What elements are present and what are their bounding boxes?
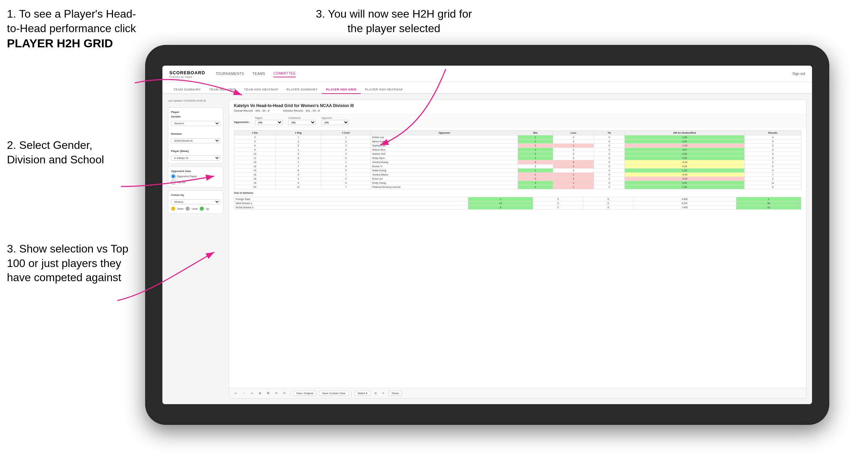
gender-label: Gender [171,115,220,118]
toolbar-refresh[interactable]: ↺ [274,391,279,395]
opponents-label: Opponents: [234,121,249,125]
table-wrapper: # Div # Reg # Conf Opponent Win Loss Tie… [229,127,806,388]
colour-by-label: Colour by [171,193,220,197]
th-loss: Loss [553,131,594,135]
toolbar-view-original[interactable]: View: Original [293,391,316,396]
table-row: 16 3 7 Jessica Mason 1 2 0 -0.94 7 [234,173,801,177]
th-diff: Diff Av Strokes/Rnd [625,131,745,135]
legend-label-level: Level [192,208,198,210]
toolbar-cmd[interactable]: ⌘ [265,391,271,395]
h2h-table: # Div # Reg # Conf Opponent Win Loss Tie… [234,130,801,189]
th-div: # Div [234,131,276,135]
toolbar-back[interactable]: ← [241,391,247,395]
instruction-bold: PLAYER H2H GRID [7,37,113,50]
nav-teams[interactable]: TEAMS [252,70,265,77]
opponent-select[interactable]: (All) [321,120,349,125]
toolbar-icon2[interactable]: ≡ [381,391,386,395]
sign-out-link[interactable]: Sign out [792,72,805,76]
out-of-division-label: Out of division [234,189,801,196]
subnav-team-summary[interactable]: TEAM SUMMARY [169,86,205,94]
main-content: Last Updated: 27/03/2024 16:55:38 Player… [162,94,812,404]
region-select[interactable]: (All) [255,120,283,125]
content-area: Katelyn Vo Head-to-Head Grid for Women's… [229,99,806,399]
instruction-top-right: 3. You will now see H2H grid for the pla… [311,7,477,36]
table-row: 18 2 2 Euna Lee 0 2 0 -5.00 2 [234,177,801,181]
colour-section: Colour by Win/loss Down Level Up [168,190,223,214]
subnav-team-h2h-heatmap[interactable]: TEAM H2H HEATMAP [240,86,282,94]
player-label: Player [171,111,220,114]
instruction-text-right: 3. You will now see H2H grid for the pla… [316,8,472,35]
table-row: 11 2 5 Heejo Hyun 1 0 0 3.33 3 [234,156,801,160]
app-header: SCOREBOARD Powered by clippd TOURNAMENTS… [162,66,812,82]
nav-tournaments[interactable]: TOURNAMENTS [216,70,244,77]
toolbar-watch[interactable]: Watch ▾ [355,391,371,396]
toolbar-share[interactable]: Share [388,391,402,396]
th-rounds: Rounds [745,131,801,135]
player-rank-label: Player (Rank) [171,150,220,153]
toolbar-sep-2 [351,391,352,396]
tablet-screen: SCOREBOARD Powered by clippd TOURNAMENTS… [162,66,812,404]
sidebar: Last Updated: 27/03/2024 16:55:38 Player… [168,99,223,399]
player-filter-section: Player Gender Women's Division NCAA Divi… [168,107,223,164]
filters-row: Opponents: Region (All) Conference (All) [229,115,806,127]
toolbar-timer[interactable]: ⏱ [282,391,287,395]
header-right: Sign out [792,72,805,76]
subnav-player-summary[interactable]: PLAYER SUMMARY [282,86,322,94]
conference-select[interactable]: (All) [288,120,316,125]
content-title: Katelyn Vo Head-to-Head Grid for Women's… [234,103,801,108]
th-tie: Tie [594,131,625,135]
toolbar-undo[interactable]: ↩ [233,391,238,395]
out-of-div-row: NCAA Division 2 5 0 0 7.400 10 [234,206,801,210]
toolbar-save-custom[interactable]: Save Custom View [319,391,348,396]
logo: SCOREBOARD Powered by clippd [169,69,205,78]
th-conf: # Conf [321,131,371,135]
player-rank-select[interactable]: 8. Katelyn Vo [171,155,220,161]
nav-committee[interactable]: COMMITTEE [273,70,296,77]
table-row: 6 3 3 Sydney Kuo 0 1 0 -1.00 3 [234,144,801,148]
colour-by-select[interactable]: Win/loss [171,199,220,204]
toolbar-sep-1 [290,391,290,396]
opponent-view-section: Opponent view Opponents Played Top 100 [168,166,223,188]
content-header: Katelyn Vo Head-to-Head Grid for Women's… [229,100,806,115]
conference-label: Conference [288,117,316,119]
gender-select[interactable]: Women's [171,121,220,126]
th-win: Win [518,131,553,135]
instruction-top-left: 1. To see a Player's Head-to-Head perfor… [7,7,138,51]
table-row: 19 4 6 Emily Chang 4 1 0 0.30 11 [234,181,801,185]
filter-group-region: Region (All) [255,117,283,125]
toolbar-grid[interactable]: ⊞ [257,391,263,395]
subnav-player-h2h-grid[interactable]: PLAYER H2H GRID [322,86,361,94]
filter-group-opponent: Opponent (All) [321,117,349,125]
opponent-label: Opponent [321,117,349,119]
out-of-div-row: NAIA Division 1 15 0 0 9.267 30 [234,201,801,206]
toolbar-redo[interactable]: ↪ [249,391,255,395]
logo-sub: Powered by clippd [169,76,205,78]
radio-opponents-played[interactable]: Opponents Played [171,174,220,179]
division-select[interactable]: NCAA Division III [171,138,220,143]
instruction-mid-left: 2. Select Gender, Division and School [7,138,128,167]
instruction-text-mid: 2. Select Gender, Division and School [7,139,104,166]
opponent-view-label: Opponent view [171,170,220,173]
legend-label-down: Down [177,208,183,210]
colour-dot-level [186,207,190,211]
division-label: Division [171,132,220,135]
toolbar-icon1[interactable]: ⊏ [373,391,378,395]
instruction-bottom-left: 3. Show selection vs Top 100 or just pla… [7,242,135,285]
table-row: 20 11 7 Federica Domecq Lacroze 2 1 0 1.… [234,185,801,189]
bottom-toolbar: ↩ ← ↪ ⊞ ⌘ ↺ ⏱ View: Original Save Custom… [229,388,806,398]
record-row: Overall Record: 353 - 34 - 6 Division Re… [234,109,801,112]
radio-top100[interactable]: Top 100 [171,180,220,184]
filter-group-conference: Conference (All) [288,117,316,125]
main-nav: TOURNAMENTS TEAMS COMMITTEE [216,70,792,77]
table-row: 9 1 4 Sharon Mun 1 0 0 3.67 3 [234,148,801,152]
th-reg: # Reg [276,131,321,135]
table-row: 3 1 1 Esther Lee 1 0 0 1.50 4 [234,135,801,140]
region-label: Region [255,117,283,119]
out-of-div-row: Foreign Team 1 0 0 4.500 2 [234,197,801,201]
table-row: 15 8 5 Stella Cheng 1 0 0 1.25 4 [234,169,801,173]
out-of-div-table: Foreign Team 1 0 0 4.500 2 NAIA Division… [234,197,801,210]
legend-label-up: Up [206,208,209,210]
table-row: 10 6 3 Andrea York 2 0 0 4.00 4 [234,152,801,156]
subnav-team-h2h-grid[interactable]: TEAM H2H GRID [205,86,240,94]
subnav-player-h2h-heatmap[interactable]: PLAYER H2H HEATMAP [361,86,407,94]
